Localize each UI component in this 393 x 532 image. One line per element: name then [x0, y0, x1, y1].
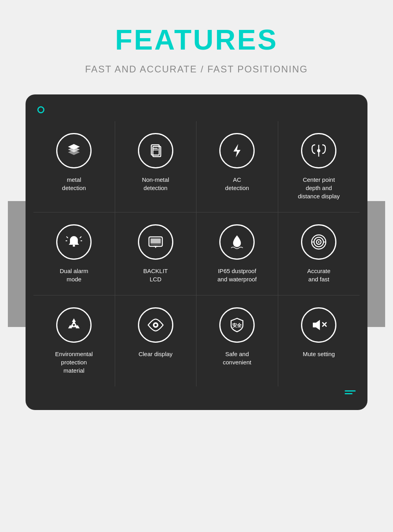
icon-circle-center-point [301, 133, 336, 168]
icon-circle-mute-setting [301, 307, 336, 343]
feature-cell-backlit-lcd: BACKLIT LCD [115, 212, 197, 296]
feature-label-dual-alarm: Dual alarm mode [60, 267, 88, 283]
page-subtitle: FAST AND ACCURATE / FAST POSITIONING [85, 64, 308, 75]
icon-circle-accurate-fast [301, 224, 336, 260]
recycle-icon [64, 315, 84, 335]
features-card: metal detectionNon-metal detectionAC det… [26, 94, 367, 410]
feature-label-accurate-fast: Accurate and fast [307, 267, 331, 283]
feature-cell-metal-detection: metal detection [33, 121, 115, 212]
feature-cell-ac-detection: AC detection [196, 121, 278, 212]
features-section: metal detectionNon-metal detectionAC det… [8, 94, 385, 410]
card-dot [37, 106, 44, 113]
icon-circle-backlit-lcd [138, 224, 173, 260]
feature-cell-accurate-fast: Accurate and fast [278, 212, 360, 296]
bottom-bar [33, 386, 360, 394]
metal-icon [64, 141, 84, 161]
lcd-icon [146, 232, 165, 252]
feature-label-ac-detection: AC detection [225, 175, 249, 192]
feature-cell-safe-convenient: Safe and convenient [196, 296, 278, 386]
non-metal-icon [146, 141, 165, 161]
icon-circle-safe-convenient [219, 307, 255, 343]
icon-circle-metal-detection [56, 133, 92, 168]
features-grid: metal detectionNon-metal detectionAC det… [33, 121, 360, 386]
icon-circle-ip65 [219, 224, 255, 260]
feature-label-backlit-lcd: BACKLIT LCD [143, 267, 168, 283]
feature-cell-non-metal-detection: Non-metal detection [115, 121, 197, 212]
feature-label-non-metal-detection: Non-metal detection [142, 175, 169, 192]
feature-label-clear-display: Clear display [138, 350, 173, 358]
icon-circle-dual-alarm [56, 224, 92, 260]
feature-cell-environmental: Environmental protection material [33, 296, 115, 386]
feature-label-center-point: Center point depth and distance display [298, 175, 340, 200]
page-title: FEATURES [115, 24, 278, 56]
mute-icon [309, 315, 329, 335]
ac-icon [227, 141, 247, 161]
icon-circle-clear-display [138, 307, 173, 343]
menu-icon [345, 390, 356, 394]
icon-circle-ac-detection [219, 133, 255, 168]
feature-label-ip65: IP65 dustproof and waterproof [217, 267, 257, 283]
feature-label-metal-detection: metal detection [62, 175, 86, 192]
feature-cell-mute-setting: Mute setting [278, 296, 360, 386]
safe-icon [227, 315, 247, 335]
icon-circle-environmental [56, 307, 92, 343]
waterproof-icon [227, 232, 247, 252]
feature-cell-ip65: IP65 dustproof and waterproof [196, 212, 278, 296]
menu-line-top [345, 390, 356, 392]
alarm-icon [64, 232, 84, 252]
feature-label-mute-setting: Mute setting [303, 350, 335, 358]
feature-cell-dual-alarm: Dual alarm mode [33, 212, 115, 296]
feature-label-environmental: Environmental protection material [55, 350, 93, 375]
center-point-icon [309, 141, 329, 161]
feature-cell-clear-display: Clear display [115, 296, 197, 386]
feature-cell-center-point: Center point depth and distance display [278, 121, 360, 212]
icon-circle-non-metal-detection [138, 133, 173, 168]
menu-line-bottom [345, 393, 353, 394]
eye-icon [146, 315, 165, 335]
feature-label-safe-convenient: Safe and convenient [223, 350, 252, 366]
accurate-icon [309, 232, 329, 252]
